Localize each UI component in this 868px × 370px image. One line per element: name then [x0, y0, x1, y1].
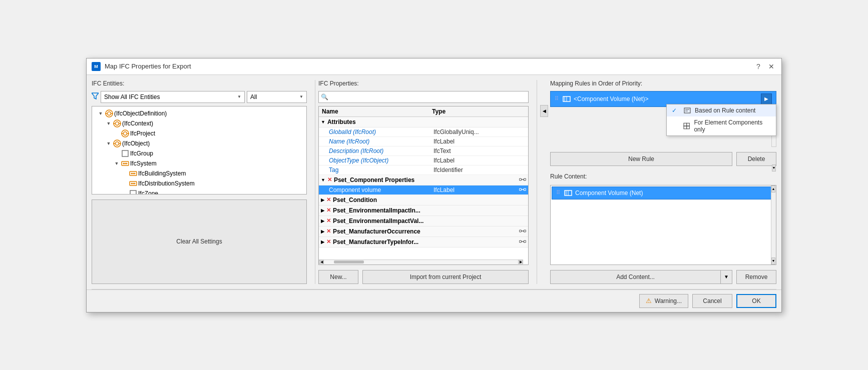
warning-button[interactable]: ⚠ Warning...: [639, 294, 688, 308]
new-rule-button[interactable]: New Rule: [550, 152, 732, 166]
prop-group-attributes[interactable]: ▼ Attributes: [319, 117, 528, 128]
help-button[interactable]: ?: [753, 62, 763, 72]
svg-rect-59: [524, 240, 526, 242]
link-icon: [519, 176, 526, 184]
search-input[interactable]: [330, 94, 526, 100]
tree-item-ifc-object[interactable]: ▼ (IfcObject): [93, 138, 305, 148]
group-label: Pset_ManufacturerOccurrence: [333, 228, 420, 235]
scroll-down[interactable]: ▼: [772, 164, 776, 172]
type-filter-arrow: ▼: [299, 94, 303, 99]
tree-item-ifc-building-system[interactable]: ▶ IfcBuildingSystem: [93, 168, 305, 178]
tree-item-ifc-object-def[interactable]: ▼ (IfcObjectDefinition): [93, 108, 305, 118]
properties-table[interactable]: Name Type ▼ Attributes GlobalId (IfcRoot…: [318, 106, 529, 265]
tree-label: (IfcObjectDefinition): [114, 110, 167, 117]
svg-text:M: M: [94, 64, 98, 69]
ifc-sys-icon: [129, 170, 137, 178]
link-icon: [519, 186, 526, 194]
scroll-left-button[interactable]: ◀: [319, 260, 324, 264]
svg-point-21: [123, 162, 125, 164]
content-item[interactable]: ⠿ Component Volume (Net): [552, 186, 775, 200]
svg-rect-52: [519, 188, 522, 190]
content-area: IFC Entities: Show All IFC Entities ▼ Al…: [87, 75, 781, 289]
dropdown-item-element-components[interactable]: For Element Components only: [667, 116, 776, 136]
prop-group-pset-manufacturer-occ[interactable]: ▶ ✕ Pset_ManufacturerOccurrence: [319, 226, 528, 237]
new-property-button[interactable]: New...: [318, 270, 358, 284]
ifc-obj-icon: [113, 140, 121, 148]
clear-all-settings-button[interactable]: Clear All Settings: [92, 200, 307, 284]
scroll-right-button[interactable]: ▶: [518, 260, 523, 264]
tree-item-ifc-distribution-system[interactable]: ▶ IfcDistributionSystem: [93, 178, 305, 188]
tree-label: IfcProject: [130, 130, 155, 137]
ifc-entities-tree[interactable]: ▼ (IfcObjectDefinition) ▼ (IfcContext) ▶…: [92, 106, 307, 194]
close-button[interactable]: ✕: [766, 62, 776, 72]
add-content-split-button: Add Content... ▼: [550, 270, 732, 284]
rule-action-buttons: New Rule Delete: [550, 152, 776, 166]
prop-name: Description (IfcRoot): [329, 148, 431, 154]
expand-arrow: ▶: [321, 240, 324, 244]
tree-item-ifc-zone[interactable]: ▶ IfcZone: [93, 188, 305, 194]
rule-drag-handle: ⠿: [555, 96, 559, 102]
ifc-properties-label: IFC Properties:: [318, 80, 529, 87]
scroll-down[interactable]: ▼: [771, 258, 775, 264]
mapping-rules-panel: Mapping Rules in Order of Priority: ⠿ <C…: [550, 80, 776, 284]
content-drag-handle: ⠿: [556, 190, 560, 196]
rule-dropdown-button[interactable]: ▶: [761, 94, 772, 104]
group-label: Pset_EnvironmentalImpactVal...: [333, 218, 423, 224]
cancel-button[interactable]: Cancel: [692, 294, 732, 308]
warning-icon: ⚠: [646, 297, 652, 304]
tree-item-ifc-system[interactable]: ▼ IfcSystem: [93, 158, 305, 168]
remove-content-button[interactable]: Remove: [736, 270, 776, 284]
x-icon: ✕: [326, 218, 331, 224]
delete-rule-button[interactable]: Delete: [736, 152, 776, 166]
collapse-panels-button[interactable]: ◀: [540, 105, 548, 117]
svg-point-12: [124, 132, 127, 135]
content-action-buttons: Add Content... ▼ Remove: [550, 270, 776, 284]
tree-item-ifc-group[interactable]: ▶ IfcGroup: [93, 148, 305, 158]
rule-content-icon: [684, 107, 691, 114]
group-label: Pset_Condition: [333, 196, 377, 204]
dropdown-item-based-on-rule[interactable]: ✓ Based on Rule content: [667, 104, 776, 116]
components-icon: [683, 122, 690, 130]
rule-icon: [563, 95, 571, 103]
prop-row-component-volume[interactable]: Component volume IfcLabel: [319, 186, 528, 195]
prop-group-pset-env-impact-in[interactable]: ▶ ✕ Pset_EnvironmentalImpactIn...: [319, 206, 528, 216]
prop-type: IfcLabel: [433, 138, 526, 145]
horizontal-scrollbar[interactable]: ◀ ▶: [319, 260, 523, 264]
rule-content-list[interactable]: ⠿ Component Volume (Net) ▲ ▼: [550, 185, 776, 265]
tree-item-ifc-context[interactable]: ▼ (IfcContext): [93, 118, 305, 128]
prop-row-description[interactable]: Description (IfcRoot) IfcText: [319, 146, 528, 156]
tree-item-ifc-project[interactable]: ▶ IfcProject: [93, 128, 305, 138]
col-type-header: Type: [432, 108, 525, 115]
app-icon: M: [92, 62, 101, 71]
entity-filter-combo[interactable]: Show All IFC Entities ▼: [101, 91, 245, 103]
prop-name: ObjectType (IfcObject): [329, 157, 431, 164]
svg-point-4: [108, 112, 111, 115]
prop-row-tag[interactable]: Tag IfcIdentifier: [319, 166, 528, 175]
ok-button[interactable]: OK: [736, 294, 776, 308]
ifc-obj-icon: [121, 130, 129, 138]
expand-arrow: ▶: [321, 198, 324, 202]
expand-arrow: ▶: [321, 218, 324, 224]
tree-label: (IfcContext): [122, 120, 153, 127]
prop-row-globalid[interactable]: GlobalId (IfcRoot) IfcGloballyUniq...: [319, 128, 528, 137]
prop-group-pset-manufacturer-type[interactable]: ▶ ✕ Pset_ManufacturerTypeInfor...: [319, 237, 528, 248]
prop-row-name[interactable]: Name (IfcRoot) IfcLabel: [319, 137, 528, 146]
expand-arrow: ▼: [321, 178, 325, 182]
prop-row-objecttype[interactable]: ObjectType (IfcObject) IfcLabel: [319, 156, 528, 166]
rule-name: <Component Volume (Net)>: [574, 96, 758, 102]
prop-group-pset-condition[interactable]: ▶ ✕ Pset_Condition: [319, 195, 528, 206]
import-from-project-button[interactable]: Import from current Project: [362, 270, 529, 284]
entity-filter-arrow: ▼: [237, 94, 241, 99]
content-vscrollbar[interactable]: ▲ ▼: [771, 186, 776, 264]
add-content-button[interactable]: Add Content...: [550, 270, 720, 284]
type-filter-combo[interactable]: All ▼: [247, 91, 307, 103]
scroll-up[interactable]: ▲: [771, 186, 775, 192]
prop-group-pset-env-impact-val[interactable]: ▶ ✕ Pset_EnvironmentalImpactVal...: [319, 216, 528, 226]
svg-rect-58: [519, 240, 522, 242]
panel-collapse-area: ◀: [540, 80, 548, 284]
title-bar: M Map IFC Properties for Export ? ✕: [87, 58, 781, 75]
svg-rect-64: [684, 108, 690, 113]
prop-group-pset-component[interactable]: ▼ ✕ Pset_Component Properties: [319, 175, 528, 186]
svg-rect-70: [687, 126, 690, 129]
add-content-dropdown-arrow[interactable]: ▼: [720, 270, 732, 284]
